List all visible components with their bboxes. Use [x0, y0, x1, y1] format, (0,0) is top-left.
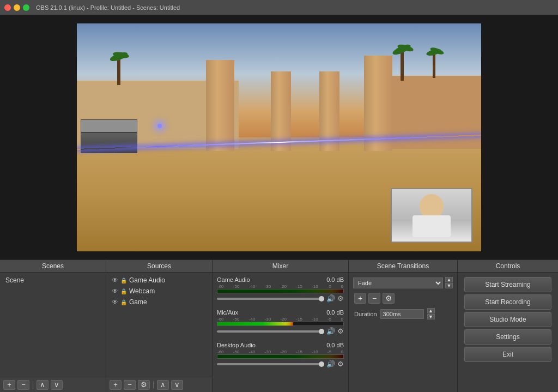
bottom-panels: Scenes Scene + − ∧ ∨ Sources 👁 🔒 Game Au…: [0, 260, 558, 392]
transitions-panel-header: Scene Transitions: [349, 260, 457, 273]
slider-row-mic-aux: 🔊 ⚙: [217, 327, 344, 335]
level-fill-mic-aux: [217, 322, 293, 325]
source-moveup-button[interactable]: ∧: [157, 380, 169, 390]
scene-moveup-button[interactable]: ∧: [37, 380, 48, 390]
mixer-panel-content: Game Audio 0.0 dB -60-50-40-30-20-15-10-…: [213, 273, 348, 392]
toolbar-separator: [33, 381, 33, 389]
level-fill-desktop-audio: [217, 355, 343, 358]
scene-add-button[interactable]: +: [3, 380, 15, 390]
mixer-db-game-audio: 0.0 dB: [326, 276, 344, 283]
studio-mode-button[interactable]: Studio Mode: [464, 312, 551, 327]
source-item-game[interactable]: 👁 🔒 Game: [108, 297, 210, 307]
scenes-panel-content: Scene: [0, 273, 106, 377]
controls-panel-header: Controls: [458, 260, 558, 273]
exit-button[interactable]: Exit: [464, 347, 551, 362]
settings-icon-mic-aux[interactable]: ⚙: [337, 327, 344, 335]
source-item-game-audio[interactable]: 👁 🔒 Game Audio: [108, 275, 210, 286]
preview-area: [0, 15, 558, 260]
transition-controls: + − ⚙: [351, 291, 455, 306]
sources-panel-header: Sources: [106, 260, 212, 273]
spin-up-arrow[interactable]: ▲: [445, 277, 453, 282]
duration-spin-down[interactable]: ▼: [427, 314, 435, 319]
transition-settings-button[interactable]: ⚙: [383, 293, 395, 304]
minimize-button[interactable]: [14, 4, 20, 11]
scene-movedown-button[interactable]: ∨: [51, 380, 63, 390]
level-bar-mic-aux: [217, 322, 344, 326]
transitions-panel-content: Fade Cut Swipe Slide Stinger Luma Wipe ▲…: [349, 273, 457, 392]
mixer-channel-name-desktop-audio: Desktop Audio: [217, 342, 256, 348]
transition-select-row: Fade Cut Swipe Slide Stinger Luma Wipe ▲…: [351, 275, 455, 291]
source-movedown-button[interactable]: ∨: [171, 380, 183, 390]
source-item-webcam[interactable]: 👁 🔒 Webcam: [108, 286, 210, 297]
settings-button[interactable]: Settings: [464, 329, 551, 345]
sources-panel-content: 👁 🔒 Game Audio 👁 🔒 Webcam 👁 🔒 Game: [106, 273, 212, 377]
game-preview: [77, 23, 481, 251]
sources-toolbar: + − ⚙ ∧ ∨: [106, 377, 212, 392]
lock-icon: 🔒: [120, 288, 127, 294]
scene-item-label: Scene: [5, 276, 24, 284]
scene-item[interactable]: Scene: [2, 275, 104, 286]
scenes-panel-header: Scenes: [0, 260, 106, 273]
scenes-panel: Scenes Scene + − ∧ ∨: [0, 260, 106, 392]
lock-icon: 🔒: [120, 278, 127, 284]
close-button[interactable]: [4, 4, 11, 11]
lock-icon: 🔒: [120, 299, 127, 305]
mixer-db-mic-aux: 0.0 dB: [326, 309, 344, 316]
mixer-channel-header-desktop-audio: Desktop Audio 0.0 dB: [217, 342, 344, 348]
mixer-channel-header-mic-aux: Mic/Aux 0.0 dB: [217, 309, 344, 316]
level-bar-desktop-audio: [217, 354, 344, 359]
duration-input[interactable]: [380, 309, 424, 319]
transition-add-button[interactable]: +: [354, 293, 366, 304]
visibility-icon: 👁: [112, 287, 118, 295]
visibility-icon: 👁: [112, 276, 118, 284]
transition-spinner: ▲ ▼: [445, 277, 453, 288]
settings-icon-desktop-audio[interactable]: ⚙: [337, 360, 344, 368]
duration-spin-up[interactable]: ▲: [427, 308, 435, 313]
titlebar: OBS 21.0.1 (linux) - Profile: Untitled -…: [0, 0, 558, 15]
volume-slider-desktop-audio[interactable]: [217, 363, 324, 365]
settings-icon-game-audio[interactable]: ⚙: [337, 294, 344, 303]
mixer-panel-header: Mixer: [213, 260, 348, 273]
source-label-game: Game: [129, 298, 147, 306]
maximize-button[interactable]: [23, 4, 29, 11]
transition-remove-button[interactable]: −: [368, 293, 380, 304]
controls-panel-content: Start Streaming Start Recording Studio M…: [458, 273, 558, 392]
palm-2: [401, 51, 404, 81]
volume-slider-game-audio[interactable]: [217, 298, 324, 300]
source-remove-button[interactable]: −: [124, 380, 136, 390]
mixer-channel-name-mic-aux: Mic/Aux: [217, 309, 238, 316]
source-add-button[interactable]: +: [110, 380, 122, 390]
db-scale-mic-aux: -60-50-40-30-20-15-10-50: [217, 317, 344, 322]
start-streaming-button[interactable]: Start Streaming: [464, 277, 551, 292]
mixer-channel-header-game-audio: Game Audio 0.0 dB: [217, 276, 344, 283]
transition-select[interactable]: Fade Cut Swipe Slide Stinger Luma Wipe: [353, 278, 443, 288]
pillar-mid-left: [271, 71, 291, 151]
mute-button-desktop-audio[interactable]: 🔊: [326, 360, 335, 368]
duration-label: Duration: [354, 311, 377, 317]
toolbar-separator: [153, 381, 154, 389]
source-label-game-audio: Game Audio: [129, 276, 165, 284]
mixer-channel-game-audio: Game Audio 0.0 dB -60-50-40-30-20-15-10-…: [215, 275, 346, 304]
level-bar-game-audio: [217, 289, 344, 293]
db-scale-game-audio: -60-50-40-30-20-15-10-50: [217, 284, 344, 289]
slider-row-desktop-audio: 🔊 ⚙: [217, 360, 344, 368]
webcam-overlay: [391, 188, 472, 243]
mixer-db-desktop-audio: 0.0 dB: [326, 342, 344, 348]
mixer-channel-name-game-audio: Game Audio: [217, 276, 250, 283]
palm-3: [433, 53, 435, 78]
pillar-left: [206, 60, 234, 151]
window-controls: [4, 4, 29, 11]
transitions-panel: Scene Transitions Fade Cut Swipe Slide S…: [349, 260, 458, 392]
mute-button-game-audio[interactable]: 🔊: [326, 294, 335, 303]
source-settings-button[interactable]: ⚙: [138, 380, 150, 390]
controls-panel: Controls Start Streaming Start Recording…: [458, 260, 558, 392]
duration-spinner: ▲ ▼: [427, 308, 435, 319]
slider-row-game-audio: 🔊 ⚙: [217, 294, 344, 303]
level-fill-game-audio: [217, 290, 343, 293]
volume-slider-mic-aux[interactable]: [217, 330, 324, 333]
start-recording-button[interactable]: Start Recording: [464, 294, 551, 310]
mute-button-mic-aux[interactable]: 🔊: [326, 327, 335, 335]
pillar-mid-right: [319, 71, 339, 151]
scene-remove-button[interactable]: −: [17, 380, 29, 390]
spin-down-arrow[interactable]: ▼: [445, 283, 453, 288]
